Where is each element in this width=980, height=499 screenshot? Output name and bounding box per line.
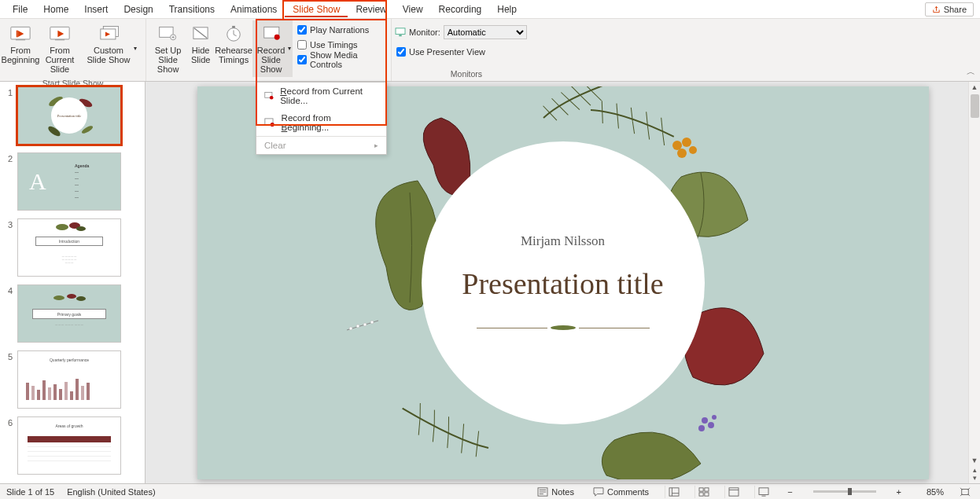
- thumb3-title-box: Introduction: [35, 237, 103, 246]
- normal-view-icon: [669, 487, 680, 497]
- group-setup: Set Up Slide Show Hide Slide Rehearse Ti…: [146, 19, 392, 81]
- chevron-down-icon: ▾: [288, 46, 291, 53]
- vertical-scrollbar[interactable]: ▲ ▼ ▴ ▾: [968, 82, 980, 483]
- share-button[interactable]: Share: [925, 2, 974, 17]
- svg-line-47: [630, 121, 636, 134]
- zoom-knob[interactable]: [848, 488, 852, 495]
- next-slide-icon[interactable]: ▾: [973, 474, 977, 482]
- svg-point-15: [274, 35, 279, 40]
- custom-slideshow-button[interactable]: Custom Slide Show ▾: [82, 20, 138, 69]
- fit-window-button[interactable]: [956, 486, 974, 498]
- tab-recording[interactable]: Recording: [431, 1, 490, 17]
- svg-line-49: [645, 126, 651, 139]
- notes-icon: [537, 487, 548, 497]
- tab-animations[interactable]: Animations: [223, 1, 285, 17]
- from-beginning-button[interactable]: From Beginning: [3, 20, 38, 69]
- svg-point-75: [551, 325, 576, 330]
- notes-button[interactable]: Notes: [534, 487, 577, 497]
- tab-home[interactable]: Home: [35, 1, 76, 17]
- thumb-num-3: 3: [3, 218, 13, 277]
- prev-slide-icon[interactable]: ▴: [973, 466, 977, 474]
- svg-point-29: [53, 295, 64, 300]
- show-media-checkbox[interactable]: Show Media Controls: [296, 52, 388, 67]
- thumbnail-4[interactable]: Primary goals — — — — — — — — —: [17, 284, 121, 343]
- from-current-label: From Current Slide: [39, 46, 80, 74]
- scroll-down-icon[interactable]: ▼: [971, 457, 978, 464]
- thumb-num-5: 5: [3, 350, 13, 409]
- thumbnail-3[interactable]: Introduction — — — — —— — — — —— — —: [17, 218, 121, 277]
- clear-item: Clear ▸: [256, 136, 386, 154]
- tab-design[interactable]: Design: [116, 1, 160, 17]
- presenter-view-checkbox[interactable]: Use Presenter View: [395, 44, 487, 59]
- record-beginning-label: Record from Beginning...: [282, 113, 378, 132]
- use-timings-label: Use Timings: [310, 40, 358, 50]
- thumb2-letter: A: [29, 168, 46, 195]
- setup-icon: [158, 24, 179, 44]
- tab-review[interactable]: Review: [348, 1, 394, 17]
- svg-line-45: [615, 116, 621, 128]
- zoom-out-button[interactable]: −: [784, 487, 795, 497]
- presentation-title: Presentation title: [462, 266, 663, 301]
- thumb-row-1: 1 Presentation title: [3, 86, 142, 145]
- record-from-beginning-item[interactable]: Record from Beginning...: [256, 109, 386, 136]
- thumbnail-2[interactable]: A Agenda—————: [17, 152, 121, 211]
- monitor-select[interactable]: Automatic: [444, 25, 527, 39]
- tab-view[interactable]: View: [395, 1, 431, 17]
- status-bar: Slide 1 of 15 English (United States) No…: [0, 483, 980, 499]
- play-narrations-label: Play Narrations: [310, 25, 369, 35]
- svg-point-68: [698, 425, 705, 431]
- thumbnail-6[interactable]: Areas of growth: [17, 416, 121, 475]
- thumbnail-1[interactable]: Presentation title: [17, 86, 121, 145]
- record-current-icon: [264, 90, 274, 101]
- presenter-view-label: Use Presenter View: [409, 47, 485, 57]
- slideshow-view-button[interactable]: [754, 486, 772, 498]
- record-from-current-item[interactable]: Record from Current Slide...: [256, 83, 386, 109]
- thumb-row-6: 6 Areas of growth: [3, 416, 142, 475]
- from-current-button[interactable]: From Current Slide: [38, 20, 82, 77]
- show-media-label: Show Media Controls: [310, 50, 386, 69]
- collapse-ribbon-icon[interactable]: ︿: [967, 66, 975, 78]
- thumb-row-2: 2 A Agenda—————: [3, 152, 142, 211]
- svg-point-26: [56, 224, 68, 230]
- sorter-view-button[interactable]: [694, 486, 712, 498]
- tab-insert[interactable]: Insert: [76, 1, 116, 17]
- svg-line-55: [459, 424, 467, 438]
- svg-rect-13: [232, 26, 235, 28]
- zoom-in-button[interactable]: +: [893, 487, 904, 497]
- zoom-level[interactable]: 85%: [917, 487, 944, 497]
- thumbnail-5[interactable]: Quarterly performance: [17, 350, 121, 409]
- language-status[interactable]: English (United States): [67, 487, 156, 497]
- thumb4-foliage-icon: [18, 290, 121, 310]
- hide-slide-button[interactable]: Hide Slide: [186, 20, 215, 69]
- scroll-up-icon[interactable]: ▲: [971, 83, 978, 91]
- setup-slideshow-button[interactable]: Set Up Slide Show: [149, 20, 186, 77]
- tab-file[interactable]: File: [5, 1, 35, 17]
- zoom-slider[interactable]: [813, 490, 876, 493]
- notes-label: Notes: [551, 487, 574, 497]
- tab-transitions[interactable]: Transitions: [161, 1, 223, 17]
- rehearse-timings-button[interactable]: Rehearse Timings: [215, 20, 252, 69]
- tab-help[interactable]: Help: [489, 1, 525, 17]
- comments-icon: [593, 487, 604, 497]
- thumb5-title: Quarterly performance: [18, 358, 120, 362]
- svg-rect-16: [396, 28, 405, 35]
- svg-line-59: [429, 409, 438, 424]
- scroll-thumb[interactable]: [971, 94, 979, 118]
- svg-rect-86: [704, 492, 708, 495]
- svg-line-41: [591, 89, 601, 102]
- comments-button[interactable]: Comments: [590, 487, 652, 497]
- tab-slideshow[interactable]: Slide Show: [285, 1, 348, 17]
- body: 1 Presentation title 2 A Agenda—————: [0, 82, 980, 483]
- thumb1-title: Presentation title: [57, 114, 81, 118]
- svg-point-63: [682, 138, 691, 147]
- reading-view-button[interactable]: [724, 486, 742, 498]
- svg-rect-17: [399, 35, 401, 36]
- play-narrations-checkbox[interactable]: Play Narrations: [296, 22, 388, 37]
- normal-view-button[interactable]: [665, 486, 682, 498]
- svg-point-72: [356, 325, 359, 328]
- from-current-icon: [50, 24, 70, 44]
- svg-rect-85: [699, 492, 703, 495]
- svg-point-31: [76, 296, 86, 301]
- svg-rect-2: [17, 31, 18, 38]
- record-slideshow-button[interactable]: Record Slide Show ▾: [252, 20, 293, 77]
